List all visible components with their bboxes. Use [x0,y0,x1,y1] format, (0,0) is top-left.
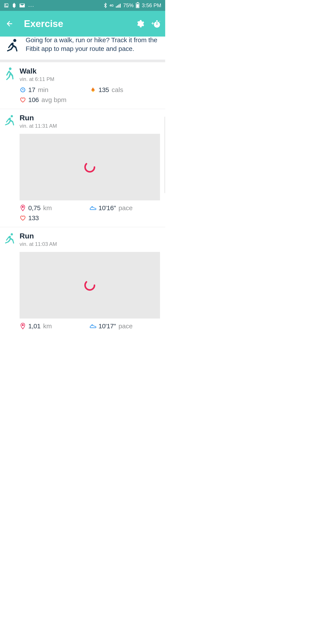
loading-icon [83,160,96,174]
battery-label: 75% [123,2,134,8]
shoe-icon [90,205,96,211]
heart-icon [19,215,26,221]
map-placeholder [19,252,160,318]
svg-point-1 [5,4,6,5]
banner-text: Going for a walk, run or hike? Track it … [26,36,161,53]
stat-distance: 1,01 km [19,322,90,330]
svg-point-10 [156,24,157,25]
stat-pace: 10'16" pace [90,204,160,212]
exercise-time: vin. at 11:03 AM [19,241,160,247]
exercise-title: Run [19,114,160,122]
svg-rect-3 [117,6,118,8]
exercise-time: vin. at 11:31 AM [19,123,160,129]
stat-bpm: 133 [19,214,90,222]
svg-rect-2 [116,6,117,8]
stat-calories: 135 cals [90,86,160,94]
gear-icon [136,19,144,28]
svg-point-9 [160,21,160,22]
app-bar: Exercise + [0,11,165,36]
bluetooth-icon [103,2,107,8]
pin-icon [19,205,26,211]
add-exercise-button[interactable]: + [150,18,161,29]
svg-point-18 [85,280,94,290]
svg-point-15 [85,162,94,172]
svg-point-11 [13,39,16,42]
fitbit-sync-icon [12,3,16,8]
exercise-time: vin. at 6:11 PM [19,76,160,82]
svg-rect-8 [156,20,158,21]
svg-rect-4 [118,4,119,8]
settings-button[interactable] [135,18,145,29]
svg-point-14 [11,115,13,117]
pin-icon [19,323,26,330]
signal-icon [116,3,121,8]
heart-icon [19,96,26,103]
picture-icon [4,3,9,8]
clock-icon [19,86,26,93]
shoe-icon [90,323,96,330]
mail-icon [19,4,25,8]
exercise-title: Walk [19,67,160,75]
stat-pace: 10'17" pace [90,322,160,330]
track-route-banner[interactable]: Going for a walk, run or hike? Track it … [0,36,165,62]
scroll-indicator [164,116,165,193]
exercise-item-walk[interactable]: Walk vin. at 6:11 PM 17 min 135 cals [0,62,165,109]
status-ellipsis: ... [28,4,34,6]
exercise-item-run-2[interactable]: Run vin. at 11:03 AM 1,01 km [0,227,165,335]
exercise-item-run-1[interactable]: Run vin. at 11:31 AM 0,75 km [0,109,165,227]
status-right: 4G 75% 3:56 PM [103,2,161,8]
stopwatch-plus-icon: + [151,19,160,28]
back-button[interactable] [4,18,15,29]
run-icon [3,114,16,127]
page-title: Exercise [24,18,135,29]
stat-duration: 17 min [19,86,90,94]
svg-point-16 [22,206,23,208]
status-bar: ... 4G 75% 3:56 PM [0,0,165,11]
exercise-title: Run [19,232,160,240]
svg-point-19 [22,324,23,326]
walk-icon [3,68,16,80]
svg-point-12 [9,68,11,70]
flame-icon [90,86,96,93]
stat-bpm: 106 avg bpm [19,96,90,104]
status-left: ... [4,3,34,8]
map-placeholder [19,134,160,200]
loading-icon [83,279,96,292]
network-label: 4G [110,4,114,7]
run-icon [3,232,16,245]
svg-text:+: + [151,21,154,26]
svg-point-17 [11,233,13,236]
runner-icon [4,39,19,54]
battery-icon [136,3,139,8]
stat-distance: 0,75 km [19,204,90,212]
clock-label: 3:56 PM [142,2,161,8]
svg-rect-5 [120,4,121,8]
arrow-left-icon [6,20,13,28]
